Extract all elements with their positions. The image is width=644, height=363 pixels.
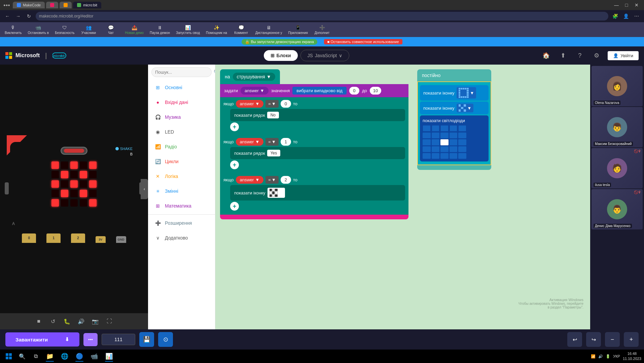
val-1[interactable]: 1	[281, 138, 291, 146]
to-value[interactable]: 10	[370, 87, 381, 95]
browser-tab-1[interactable]: MakeCode	[13, 2, 45, 8]
show-row-yes-block[interactable]: показати рядок Yes	[230, 147, 405, 159]
taskbar-app-powerpoint[interactable]: 📊	[102, 350, 116, 362]
apps-button[interactable]: 📱 Приложения	[286, 24, 310, 35]
icon-select-2[interactable]: ▼	[457, 104, 474, 112]
icon-select-1[interactable]: ▼	[457, 87, 476, 99]
sidebar-item-radio[interactable]: 📶 Радіо	[149, 140, 214, 154]
val-0[interactable]: 0	[281, 100, 291, 108]
remote-button[interactable]: 🖥 Дистанционное у	[253, 24, 284, 35]
sidebar-item-logic[interactable]: ✕ Логіка	[149, 169, 214, 183]
more-toolbar-button[interactable]: ➕ Дополнит	[312, 24, 332, 35]
from-value[interactable]: 0	[349, 87, 359, 95]
chat-button[interactable]: 💬 Чат	[101, 24, 121, 35]
sidebar-item-loops[interactable]: 🔄 Цикли	[149, 154, 214, 169]
sidebar-item-osnovni[interactable]: ⊞ Основні	[149, 80, 214, 95]
show-icon-chessboard-block[interactable]: показати іконку ▼	[230, 185, 405, 201]
address-bar[interactable]	[36, 12, 608, 21]
search-input[interactable]	[155, 70, 212, 75]
launch-button[interactable]: 📊 Запустить свод	[174, 24, 202, 35]
search-taskbar-button[interactable]: 🔍	[16, 350, 28, 362]
answer-dropdown-1[interactable]: answer ▼	[241, 87, 269, 95]
forever-block[interactable]: постійно	[417, 69, 491, 81]
tab-javascript[interactable]: JS JavaScript ∨	[300, 50, 350, 61]
stop-sharing-button[interactable]: ■ Остановить совместное использование	[324, 39, 402, 44]
sidebar-item-math[interactable]: ⊞ Математика	[149, 199, 214, 213]
close-button[interactable]: ✕	[633, 1, 641, 9]
browser-tab-4-active[interactable]: micro:bit	[73, 2, 101, 8]
download-button[interactable]: Завантажити ⬇	[5, 332, 79, 347]
eq-dropdown-3[interactable]: = ▼	[265, 176, 278, 184]
zoom-out-button[interactable]: −	[605, 332, 620, 347]
github-button[interactable]: ⊙	[158, 332, 173, 347]
back-button[interactable]: ←	[3, 12, 11, 20]
sidebar-item-input[interactable]: ● Вхідні дані	[149, 95, 214, 109]
set-block[interactable]: задати answer ▼ значення вибрати випадко…	[220, 84, 408, 97]
show-icon-block-2[interactable]: показати іконку ▼	[420, 102, 489, 114]
pick-random-block[interactable]: вибрати випадково від	[292, 87, 347, 95]
sound-sim-button[interactable]: 🔊	[76, 316, 86, 327]
shake-dropdown[interactable]: струшування ▼	[233, 73, 275, 81]
forward-button[interactable]: →	[14, 12, 22, 20]
taskbar-app-zoom[interactable]: 📹	[87, 350, 101, 362]
collapse-simulator-button[interactable]: ‹	[141, 179, 148, 199]
taskbar-app-edge[interactable]: 🌐	[58, 350, 71, 362]
button-a[interactable]	[5, 182, 9, 194]
minimize-button[interactable]: —	[612, 1, 620, 9]
answer-dropdown-3[interactable]: answer ▼	[236, 138, 264, 146]
add-block-button-2[interactable]: +	[230, 160, 239, 169]
show-row-no-block[interactable]: показати рядок No	[230, 109, 405, 121]
add-block-button-1[interactable]: +	[230, 122, 239, 131]
screenshot-sim-button[interactable]: 📷	[90, 316, 101, 327]
help-button[interactable]: ?	[574, 50, 585, 61]
save-button[interactable]: 💾	[139, 332, 154, 347]
settings-icon-button[interactable]: ⚙	[591, 50, 602, 61]
sidebar-item-variables[interactable]: ≡ Змінні	[149, 184, 214, 198]
restart-sim-button[interactable]: ↺	[47, 316, 58, 327]
taskbar-file-explorer[interactable]: 📁	[43, 350, 57, 362]
zoom-in-button[interactable]: +	[624, 332, 639, 347]
answer-dropdown-4[interactable]: answer ▼	[236, 176, 264, 184]
security-button[interactable]: 🛡 Безпасность	[53, 24, 76, 35]
show-leds-block[interactable]: показати світлодіоди	[420, 115, 489, 161]
debug-sim-button[interactable]: 🐛	[62, 316, 72, 327]
fullscreen-sim-button[interactable]: ⛶	[104, 316, 115, 327]
share-screen-button[interactable]: 📤 Новая демо	[123, 24, 146, 35]
windows-start-button[interactable]	[3, 350, 15, 362]
sidebar-item-extensions[interactable]: ➕ Розширення	[149, 216, 214, 230]
mic-button[interactable]: 🎙 Виключить	[3, 24, 24, 35]
refresh-button[interactable]: ↻	[25, 12, 33, 20]
taskbar-app-chrome[interactable]: 🔵	[73, 350, 86, 362]
pause-demo-button[interactable]: ⏸ Пауза демон	[148, 24, 172, 35]
sidebar-item-led[interactable]: ◉ LED	[149, 125, 214, 139]
file-counter-input[interactable]	[102, 334, 135, 345]
browser-tab-2[interactable]	[46, 2, 58, 8]
eq-dropdown-1[interactable]: = ▼	[265, 100, 278, 108]
maximize-button[interactable]: □	[622, 1, 631, 9]
profile-button[interactable]: 👤	[622, 12, 630, 20]
show-icon-block-1[interactable]: показати іконку ▼	[420, 85, 489, 101]
val-2[interactable]: 2	[281, 176, 291, 184]
tab-blocks[interactable]: ⊞ Блоки	[264, 50, 298, 61]
settings-button[interactable]: ⋯	[633, 12, 641, 20]
share-button[interactable]: ⬆	[557, 50, 569, 61]
add-block-button-3[interactable]: +	[230, 202, 239, 211]
eq-dropdown-2[interactable]: = ▼	[265, 138, 278, 146]
stop-sim-button[interactable]: ■	[33, 316, 44, 327]
on-shake-block[interactable]: на струшування ▼	[220, 69, 280, 84]
sidebar-item-music[interactable]: 🎧 Музика	[149, 110, 214, 124]
participants-button[interactable]: 👥 Учасники	[78, 24, 99, 35]
home-button[interactable]: 🏠	[540, 50, 552, 61]
sidebar-item-advanced[interactable]: ∨ Додатково	[149, 231, 214, 245]
signin-button[interactable]: 👤 Увійти	[608, 51, 639, 60]
comment-button[interactable]: 💭 Коммент	[231, 24, 251, 35]
undo-button[interactable]: ↩	[567, 332, 582, 347]
browser-tab-3[interactable]	[60, 2, 72, 8]
redo-button[interactable]: ↪	[586, 332, 601, 347]
icon-dropdown[interactable]: ▼	[267, 188, 285, 198]
extensions-button[interactable]: 🧩	[611, 12, 619, 20]
camera-button[interactable]: 📹 Остановить в	[26, 24, 51, 35]
task-view-button[interactable]: ⧉	[30, 350, 42, 362]
assistant-button[interactable]: ✨ Помощник на	[204, 24, 229, 35]
more-options-button[interactable]: •••	[83, 333, 98, 346]
